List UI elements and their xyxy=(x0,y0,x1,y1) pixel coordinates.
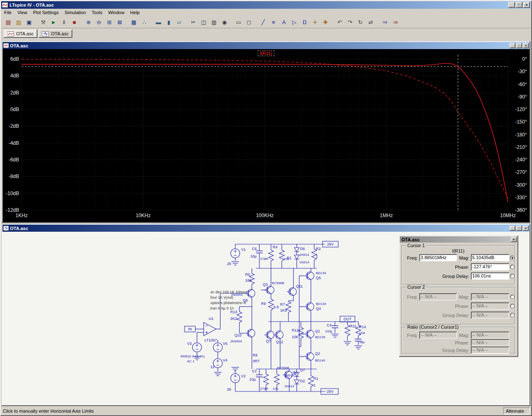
toolbar-zoom-full-extents-button[interactable]: ⊠ xyxy=(115,17,125,27)
toolbar-move-button[interactable]: ✛ xyxy=(310,17,320,27)
close-button[interactable]: × xyxy=(523,2,530,8)
waveform-plot-area[interactable]: 1KHz10KHz100KHz1MHz10MHz6dB4dB2dB0dB-2dB… xyxy=(2,49,530,222)
phase-trace xyxy=(22,59,508,198)
grid-icon: ▦ xyxy=(131,20,136,25)
schematic-label: 2N3904 xyxy=(230,339,242,343)
toolbar-find-button[interactable]: ◉ xyxy=(219,17,229,27)
toolbar-zoom-area-button[interactable]: ⊞ xyxy=(104,17,114,27)
toolbar-print-button[interactable]: ▭ xyxy=(234,17,244,27)
toolbar-open-file-button[interactable]: ▨ xyxy=(14,17,24,27)
cursor1-group-delay-field[interactable]: 106.01ns xyxy=(471,272,509,280)
waveform-minimize-button[interactable]: _ xyxy=(510,43,515,48)
cursor-dialog[interactable]: OTA.asc × Cursor 1 I(R11) Freq: 3.88501M… xyxy=(399,235,518,357)
toolbar-drag-button[interactable]: ✚ xyxy=(320,17,330,27)
schematic-minimize-button[interactable]: _ xyxy=(510,226,515,231)
menu-help[interactable]: Help xyxy=(127,9,143,16)
cursor1-mag-radio[interactable] xyxy=(510,255,515,260)
tab-2-schematic[interactable]: OTA.asc xyxy=(39,30,72,38)
x-axis-tick: 10KHz xyxy=(135,213,150,218)
menu-file[interactable]: File xyxy=(1,9,15,16)
schematic-restore-button[interactable]: □ xyxy=(516,226,522,231)
toolbar-mark-data-points-button[interactable]: ∴ xyxy=(139,17,149,27)
schematic-label: D6 xyxy=(300,247,305,251)
toolbar-mirror-button[interactable]: ⇄ xyxy=(366,17,376,27)
schematic-label: R13 xyxy=(230,310,237,314)
trace-label[interactable]: I(R11) xyxy=(258,50,274,56)
menu-plot-settings[interactable]: Plot Settings xyxy=(30,9,62,16)
toolbar-control-panel-button[interactable]: ⚒ xyxy=(38,17,48,27)
cursor-dialog-titlebar[interactable]: OTA.asc × xyxy=(400,236,517,243)
menu-window[interactable]: Window xyxy=(105,9,127,16)
cut-icon: ✂ xyxy=(191,20,196,25)
cursor2-group-delay-radio[interactable] xyxy=(510,313,515,317)
toolbar-tile-horizontally-button[interactable]: ▬ xyxy=(153,17,163,27)
toolbar-new-schematic-button[interactable]: ▤ xyxy=(3,17,13,27)
place-net-label-icon: A xyxy=(282,20,286,25)
toolbar-zoom-out-button[interactable]: ⊖ xyxy=(94,17,104,27)
toolbar-redo-button[interactable]: ↷ xyxy=(345,17,355,27)
toolbar-save-button[interactable]: ▣ xyxy=(24,17,34,27)
toolbar-zoom-in-button[interactable]: ⊕ xyxy=(84,17,94,27)
toolbar-rotate-button[interactable]: ↻ xyxy=(355,17,365,27)
schematic-label: 2K2 xyxy=(230,317,237,321)
toolbar-place-text-button[interactable]: Aa xyxy=(380,17,390,27)
toolbar-copy-button[interactable]: ◫ xyxy=(199,17,209,27)
toolbar-tile-vertically-button[interactable]: ▮ xyxy=(164,17,174,27)
toolbar-cascade-windows-button[interactable]: ▱ xyxy=(174,17,184,27)
cursor1-group-delay-radio[interactable] xyxy=(510,274,515,278)
opamp-symbol xyxy=(204,322,216,336)
schematic-label: 26 xyxy=(227,262,231,266)
diode-symbol xyxy=(294,380,299,384)
cursor2-mag-field[interactable]: -- N/A -- xyxy=(471,293,509,300)
right-axis-tick: -330° xyxy=(515,195,527,201)
toolbar-draw-wire-button[interactable]: ╱ xyxy=(258,17,268,27)
waveform-restore-button[interactable]: □ xyxy=(516,43,522,48)
pause-simulation-icon: ‖ xyxy=(63,20,65,25)
cursor2-group-delay-field[interactable]: -- N/A -- xyxy=(471,312,509,319)
x-axis-tick: 1MHz xyxy=(380,213,393,218)
zoom-in-icon: ⊕ xyxy=(86,20,91,25)
toolbar-place-diode-button[interactable]: ▷ xyxy=(289,17,299,27)
toolbar-halt-simulation-button[interactable]: ■ xyxy=(69,17,79,27)
schematic-label: R7 xyxy=(280,302,285,307)
bode-plot[interactable]: 1KHz10KHz100KHz1MHz10MHz6dB4dB2dB0dB-2dB… xyxy=(2,49,530,222)
window-titlebar[interactable]: LTspice IV - OTA.asc _ □ × xyxy=(1,1,531,9)
cursor2-phase-radio[interactable] xyxy=(510,304,515,308)
cursor2-freq-field[interactable]: -- N/A -- xyxy=(419,293,457,300)
menu-view[interactable]: View xyxy=(15,9,30,16)
toolbar-undo-button[interactable]: ↶ xyxy=(335,17,345,27)
x-axis-tick: 100KHz xyxy=(256,213,274,218)
waveform-close-button[interactable]: × xyxy=(523,43,529,48)
schematic-label: OUT xyxy=(344,317,352,321)
cursor1-phase-radio[interactable] xyxy=(510,265,515,269)
restore-button[interactable]: □ xyxy=(516,2,522,8)
cursor2-phase-field[interactable]: -- N/A -- xyxy=(471,302,509,310)
tab-1-waveform[interactable]: OTA.asc xyxy=(4,30,37,38)
schematic-label: 26 xyxy=(227,387,231,391)
cursor-dialog-close-button[interactable]: × xyxy=(511,237,517,242)
cursor1-phase-field[interactable]: -127.476° xyxy=(471,263,509,270)
schematic-label: Q7 xyxy=(266,339,271,343)
cursor1-mag-field[interactable]: 5.10435dB xyxy=(471,254,509,261)
toolbar-sp​ice-directive-button[interactable]: .op xyxy=(390,17,400,27)
cursor2-mag-radio[interactable] xyxy=(510,295,515,299)
toolbar-place-net-label-button[interactable]: A xyxy=(279,17,289,27)
toolbar-paste-button[interactable]: ▥ xyxy=(209,17,219,27)
toolbar-place-ground-button[interactable]: ≡ xyxy=(268,17,278,27)
waveform-window-titlebar[interactable]: OTA.asc _ □ × xyxy=(2,42,530,49)
print-preview-icon: ◻ xyxy=(247,20,251,25)
menu-tools[interactable]: Tools xyxy=(89,9,106,16)
halt-simulation-icon: ■ xyxy=(73,20,76,25)
toolbar-run-simulation-button[interactable]: ► xyxy=(49,17,59,27)
menu-simulation[interactable]: Simulation xyxy=(62,9,89,16)
toolbar-print-preview-button[interactable]: ◻ xyxy=(244,17,254,27)
toolbar-grid-button[interactable]: ▦ xyxy=(129,17,139,27)
cursor1-freq-field[interactable]: 3.88501MHz xyxy=(419,254,457,261)
schematic-close-button[interactable]: × xyxy=(523,226,529,231)
minimize-button[interactable]: _ xyxy=(508,2,515,8)
toolbar-cut-button[interactable]: ✂ xyxy=(188,17,198,27)
schematic-window-titlebar[interactable]: OTA.asc _ □ × xyxy=(2,225,530,232)
toolbar-pause-simulation-button[interactable]: ‖ xyxy=(59,17,69,27)
toolbar-place-component-button[interactable]: D xyxy=(300,17,310,27)
app-icon xyxy=(2,2,8,8)
